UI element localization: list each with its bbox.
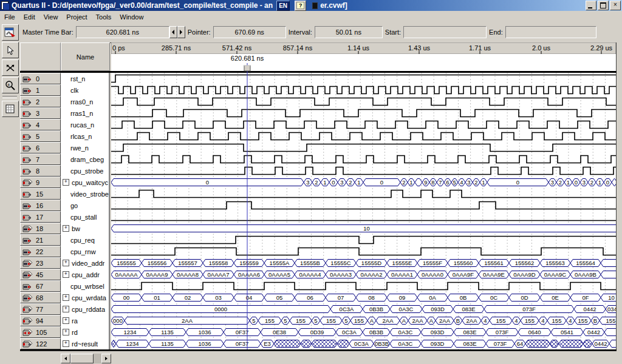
menu-edit[interactable]: Edit (19, 12, 39, 22)
signal-name-row[interactable]: rlcas_n (61, 130, 109, 142)
signal-row-button-rd[interactable]: 105 (20, 326, 61, 338)
signal-id: 45 (36, 271, 43, 278)
expand-icon[interactable]: + (63, 225, 69, 232)
pin-in-icon (22, 202, 34, 209)
scroll-left-icon[interactable] (61, 354, 70, 363)
signal-row-button-ra[interactable]: 94 (20, 315, 61, 326)
signal-row-button-cpu_addr[interactable]: 45 (20, 269, 61, 280)
signal-row-button-cpu_rddata[interactable]: 77 (20, 303, 61, 315)
quartus-app-icon (1, 1, 10, 10)
signal-row-button-video_strobe[interactable]: 15 (20, 188, 61, 200)
expand-icon[interactable]: + (63, 260, 69, 266)
signal-name-row[interactable]: video_strobe (61, 188, 109, 200)
toolbar-field-4[interactable] (505, 26, 596, 38)
grid-icon[interactable] (2, 101, 19, 117)
signal-name-row[interactable]: clk (61, 84, 109, 96)
menu-view[interactable]: View (39, 12, 63, 22)
signal-row-button-rst_n[interactable]: 0 (20, 73, 61, 84)
signal-name-row[interactable]: cpu_wrbsel (61, 280, 109, 292)
signal-row-button-cpu_req[interactable]: 21 (20, 234, 61, 246)
help-icon[interactable]: ? (295, 1, 306, 11)
waveform-report-icon[interactable] (2, 24, 19, 41)
wave-rwe_n (111, 144, 616, 152)
signal-name-row[interactable]: +cpu_wrdata (61, 292, 109, 303)
toolbar-field-0[interactable]: 620.681 ns (76, 26, 169, 38)
signal-name-row[interactable]: +cpu_rddata (61, 303, 109, 315)
signal-row-button-cpu_wrbsel[interactable]: 67 (20, 280, 61, 292)
expand-icon[interactable]: + (63, 179, 69, 186)
signal-name-row[interactable]: cpu_rnw (61, 246, 109, 257)
expand-icon[interactable]: + (63, 317, 69, 324)
zoom-icon[interactable]: ± (2, 77, 19, 93)
language-badge[interactable]: EN (276, 1, 290, 11)
pin-in-icon (22, 248, 34, 255)
wave-rras0_n (111, 98, 616, 106)
signal-name-row[interactable]: rst_n (61, 73, 109, 84)
restore-button[interactable] (598, 1, 609, 10)
toolbar-field-3[interactable] (403, 26, 487, 38)
scroll-right-icon[interactable] (101, 354, 111, 363)
signal-row-button-cpu_stall[interactable]: 17 (20, 211, 61, 223)
horizontal-scrollbar[interactable] (61, 354, 111, 363)
crossed-arrows-icon[interactable] (2, 59, 19, 76)
signal-row-button-rras1_n[interactable]: 3 (20, 107, 61, 119)
close-button[interactable]: × (610, 1, 621, 10)
signal-name-row[interactable]: +rd~result (61, 338, 109, 349)
signal-name-row[interactable]: cpu_strobe (61, 165, 109, 177)
time-step-back-icon[interactable] (169, 26, 177, 38)
scrollbar-thumb[interactable] (70, 354, 94, 363)
expand-icon[interactable]: + (63, 271, 69, 278)
signal-row-button-rucas_n[interactable]: 4 (20, 119, 61, 130)
signal-row-button-rwe_n[interactable]: 6 (20, 142, 61, 153)
signal-name-row[interactable]: cpu_stall (61, 211, 109, 223)
menu-tools[interactable]: Tools (92, 12, 116, 22)
signal-name-row[interactable]: rucas_n (61, 119, 109, 130)
signal-row-button-video_addr[interactable]: 23 (20, 257, 61, 269)
signal-name: cpu_wrdata (72, 294, 106, 302)
signal-row-button-cpu_wrdata[interactable]: 68 (20, 292, 61, 303)
signal-name-row[interactable]: +video_addr (61, 257, 109, 269)
signal-name-row[interactable]: dram_cbeg (61, 153, 109, 165)
bus-value: 3 (551, 179, 554, 186)
signal-row-button-dram_cbeg[interactable]: 7 (20, 153, 61, 165)
time-bar-handle[interactable] (244, 66, 250, 71)
signal-name-row[interactable]: cpu_req (61, 234, 109, 246)
bus-segment-rd~result (609, 340, 616, 348)
minimize-button[interactable] (586, 1, 596, 10)
expand-icon[interactable]: + (63, 306, 69, 312)
toolbar-field-1[interactable]: 670.69 ns (213, 26, 286, 38)
signal-name-row[interactable]: +bw (61, 223, 109, 234)
cursor-arrow-icon[interactable] (2, 42, 19, 58)
signal-name-row[interactable]: rras0_n (61, 96, 109, 107)
signal-row-button-go[interactable]: 16 (20, 200, 61, 211)
signal-name: dram_cbeg (70, 156, 104, 163)
toolbar-field-2[interactable]: 50.01 ns (315, 26, 383, 38)
expand-icon[interactable]: + (63, 329, 69, 335)
signal-row-button-rd~result[interactable]: 122 (20, 338, 61, 349)
menu-window[interactable]: Window (115, 12, 148, 22)
menu-project[interactable]: Project (62, 12, 91, 22)
signal-row-button-clk[interactable]: 1 (20, 84, 61, 96)
signal-name-row[interactable]: rwe_n (61, 142, 109, 153)
expand-icon[interactable]: + (63, 294, 69, 301)
signal-row-button-rras0_n[interactable]: 2 (20, 96, 61, 107)
signal-row-button-bw[interactable]: 18 (20, 223, 61, 234)
signal-row-button-cpu_rnw[interactable]: 22 (20, 246, 61, 257)
signal-name-row[interactable]: +ra (61, 315, 109, 326)
signal-name-row[interactable]: rras1_n (61, 107, 109, 119)
signal-row-button-cpu_waitcyc[interactable]: 9 (20, 177, 61, 188)
signal-row-button-rlcas_n[interactable]: 5 (20, 130, 61, 142)
pin-out-group-icon (22, 317, 34, 325)
signal-row-button-cpu_strobe[interactable]: 8 (20, 165, 61, 177)
signal-name-row[interactable]: +cpu_addr (61, 269, 109, 280)
mdi-child-icon (312, 2, 318, 9)
bus-value: 155 (552, 317, 562, 324)
waveform-area[interactable]: 0 ps285.71 ns571.42 ns857.14 ns1.14 us1.… (111, 42, 616, 349)
title-bar[interactable]: Quartus II - D:/d/pentevo/fpga/_ver0.00/… (0, 0, 622, 11)
menu-file[interactable]: File (0, 12, 19, 22)
signal-name-row[interactable]: go (61, 200, 109, 211)
signal-name-row[interactable]: +rd (61, 326, 109, 338)
time-step-forward-icon[interactable] (177, 26, 185, 38)
signal-name-row[interactable]: +cpu_waitcyc (61, 177, 109, 188)
expand-icon[interactable]: + (63, 340, 69, 347)
